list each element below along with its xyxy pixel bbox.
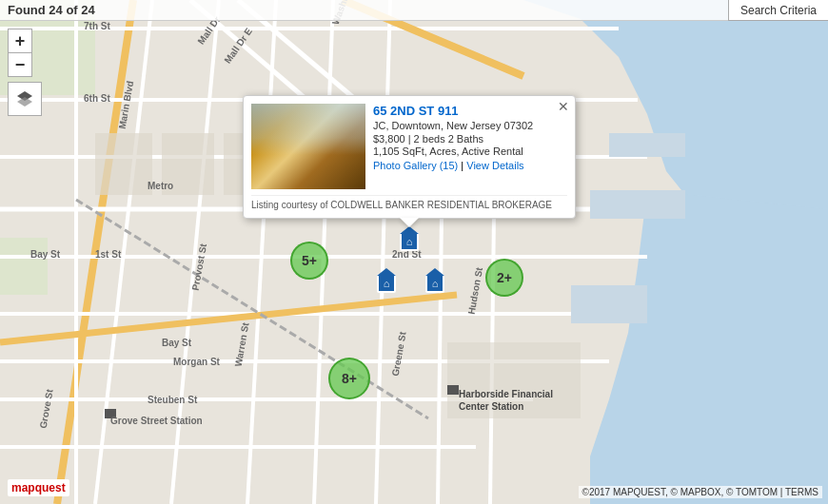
svg-rect-4 (0, 238, 48, 295)
map-controls: + − (8, 29, 42, 116)
found-count: Found 24 of 24 (8, 3, 95, 17)
map-container: Found 24 of 24 Search Criteria + − 7th S… (0, 0, 828, 504)
popup-city: JC, Downtown, New Jersey 07302 (373, 120, 567, 131)
svg-marker-39 (17, 97, 32, 107)
photo-gallery-link[interactable]: Photo Gallery (15) (373, 160, 458, 171)
attribution-text: ©2017 MAPQUEST, © MAPBOX, © TOMTOM | TER… (582, 487, 818, 497)
home-icon-2: ⌂ (384, 278, 390, 289)
house-marker-1[interactable]: ⌂ (400, 232, 419, 251)
street-label-morgan: Morgan St (173, 357, 220, 367)
svg-rect-35 (609, 133, 685, 157)
popup-size: 1,105 SqFt, Acres, Active Rental (373, 145, 567, 157)
home-icon-3: ⌂ (432, 278, 439, 289)
street-label-bay-left: Bay St (30, 249, 60, 260)
harborside-label: Harborside FinancialCenter Station (459, 388, 553, 413)
popup-links: Photo Gallery (15) | View Details (373, 160, 567, 171)
house-marker-2[interactable]: ⌂ (377, 274, 396, 293)
zoom-in-button[interactable]: + (8, 29, 32, 53)
street-label-grove-station: Grove Street Station (110, 416, 203, 426)
popup-tail (400, 218, 419, 227)
street-label-metro: Metro (148, 181, 173, 191)
popup-info: 65 2ND ST 911 JC, Downtown, New Jersey 0… (373, 104, 567, 189)
top-bar: Found 24 of 24 Search Criteria (0, 0, 828, 21)
popup-property-image[interactable] (251, 104, 365, 189)
property-popup: ✕ 65 2ND ST 911 JC, Downtown, New Jersey… (243, 95, 576, 219)
svg-rect-34 (590, 190, 685, 219)
home-icon-1: ⌂ (406, 236, 413, 247)
mapquest-text: mapquest (11, 481, 66, 494)
svg-rect-33 (571, 285, 647, 323)
popup-separator: | (461, 160, 463, 171)
view-details-link[interactable]: View Details (466, 160, 523, 171)
street-label-steuben: Steuben St (148, 395, 197, 405)
svg-rect-37 (447, 385, 459, 395)
zoom-out-button[interactable]: − (8, 52, 32, 77)
street-label-1st: 1st St (95, 249, 121, 260)
popup-price: $3,800 | 2 beds 2 Baths (373, 133, 567, 145)
mapquest-logo: mapquest (8, 479, 69, 496)
cluster-2plus[interactable]: 2+ (485, 259, 523, 297)
cluster-5plus[interactable]: 5+ (290, 242, 328, 280)
map-attribution: ©2017 MAPQUEST, © MAPBOX, © TOMTOM | TER… (579, 486, 822, 498)
street-label-bay-right: Bay St (162, 338, 191, 348)
popup-courtesy: Listing courtesy of COLDWELL BANKER RESI… (251, 195, 567, 210)
search-criteria-button[interactable]: Search Criteria (728, 0, 828, 21)
house-marker-3[interactable]: ⌂ (425, 274, 444, 293)
street-label-7th: 7th St (84, 21, 110, 31)
layers-icon (15, 89, 34, 108)
street-label-6th: 6th St (84, 93, 110, 104)
cluster-8plus[interactable]: 8+ (328, 358, 370, 399)
layer-button[interactable] (8, 82, 42, 116)
popup-close-button[interactable]: ✕ (558, 100, 569, 113)
popup-address[interactable]: 65 2ND ST 911 (373, 104, 567, 118)
svg-rect-28 (95, 133, 152, 195)
